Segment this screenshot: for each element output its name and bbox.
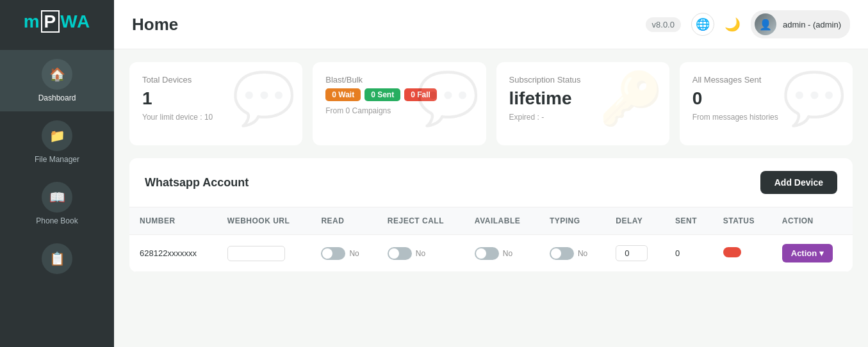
whatsapp-section-header: Whatsapp Account Add Device xyxy=(129,158,853,207)
col-available: AVAILABLE xyxy=(464,207,539,235)
action-button[interactable]: Action ▾ xyxy=(782,244,833,262)
sidebar-item-file-manager[interactable]: 📁 File Manager xyxy=(0,111,114,173)
badge-wait: 0 Wait xyxy=(325,88,361,101)
cell-available: No xyxy=(464,235,539,272)
dark-mode-toggle[interactable]: 🌙 xyxy=(725,17,741,32)
page-title: Home xyxy=(132,15,178,35)
version-badge: v8.0.0 xyxy=(646,17,681,32)
status-indicator xyxy=(723,247,741,257)
cell-reject-call: No xyxy=(377,235,464,272)
user-name: admin - (admin) xyxy=(783,20,841,29)
file-manager-icon: 📁 xyxy=(42,120,72,151)
logo: mPWA xyxy=(24,6,91,37)
col-webhook: WEBHOOK URL xyxy=(217,207,311,235)
stat-bg-icon-subscription: 🔑 xyxy=(599,69,663,129)
content-area: Total Devices 1 Your limit device : 10 💬… xyxy=(114,49,868,285)
main-content: Home v8.0.0 🌐 🌙 👤 admin - (admin) Total … xyxy=(114,0,868,347)
sidebar-item-more[interactable]: 📋 xyxy=(0,234,114,287)
read-toggle-label: No xyxy=(349,249,359,258)
stat-card-total-devices: Total Devices 1 Your limit device : 10 💬 xyxy=(129,62,302,145)
col-read: READ xyxy=(311,207,377,235)
phone-book-icon: 📖 xyxy=(42,182,72,213)
avatar: 👤 xyxy=(755,13,776,35)
stat-card-blast: Blast/Bulk 0 Wait 0 Sent 0 Fall From 0 C… xyxy=(313,62,486,145)
delay-input[interactable] xyxy=(616,245,648,261)
table-header-row: NUMBER WEBHOOK URL READ REJECT CALL AVAI… xyxy=(129,207,853,235)
cell-webhook xyxy=(217,235,311,272)
whatsapp-section-title: Whatsapp Account xyxy=(145,176,249,190)
table-row: 628122xxxxxxx No xyxy=(129,235,853,272)
stat-card-messages: All Messages Sent 0 From messages histor… xyxy=(680,62,853,145)
available-toggle[interactable] xyxy=(475,247,499,260)
devices-table: NUMBER WEBHOOK URL READ REJECT CALL AVAI… xyxy=(129,207,853,272)
globe-icon[interactable]: 🌐 xyxy=(691,13,714,36)
stat-bg-icon-devices: 💬 xyxy=(232,69,296,129)
stat-bg-icon-messages: 💬 xyxy=(782,69,846,129)
webhook-input[interactable] xyxy=(227,246,285,261)
stat-card-subscription: Subscription Status lifetime Expired : -… xyxy=(496,62,669,145)
logo-bracket: P xyxy=(41,10,60,33)
sidebar-item-label-dashboard: Dashboard xyxy=(38,93,76,102)
col-status: STATUS xyxy=(713,207,772,235)
read-toggle[interactable] xyxy=(321,247,345,260)
user-menu[interactable]: 👤 admin - (admin) xyxy=(751,10,850,38)
add-device-button[interactable]: Add Device xyxy=(760,171,837,194)
action-button-label: Action xyxy=(791,248,817,258)
sidebar: mPWA 🏠 Dashboard 📁 File Manager 📖 Phone … xyxy=(0,0,114,347)
col-delay: DELAY xyxy=(605,207,665,235)
cell-delay xyxy=(605,235,665,272)
sidebar-item-label-file-manager: File Manager xyxy=(35,155,79,164)
available-toggle-wrapper: No xyxy=(475,247,529,260)
read-toggle-wrapper: No xyxy=(321,247,366,260)
col-sent: SENT xyxy=(665,207,713,235)
col-action: ACTION xyxy=(772,207,853,235)
header-right: v8.0.0 🌐 🌙 👤 admin - (admin) xyxy=(646,10,850,38)
whatsapp-section: Whatsapp Account Add Device NUMBER WEBHO… xyxy=(129,158,853,272)
table-body: 628122xxxxxxx No xyxy=(129,235,853,272)
cell-typing: No xyxy=(539,235,605,272)
sidebar-item-dashboard[interactable]: 🏠 Dashboard xyxy=(0,50,114,111)
action-dropdown-icon: ▾ xyxy=(819,248,824,258)
available-toggle-label: No xyxy=(503,249,512,258)
cell-sent: 0 xyxy=(665,235,713,272)
reject-call-toggle[interactable] xyxy=(388,247,412,260)
sidebar-item-label-phone-book: Phone Book xyxy=(36,216,78,225)
badge-sent: 0 Sent xyxy=(364,88,400,101)
reject-call-toggle-label: No xyxy=(416,249,425,258)
dashboard-icon: 🏠 xyxy=(42,59,72,90)
col-number: NUMBER xyxy=(129,207,217,235)
sidebar-item-phone-book[interactable]: 📖 Phone Book xyxy=(0,173,114,234)
more-icon: 📋 xyxy=(42,243,72,274)
cell-status xyxy=(713,235,772,272)
cell-read: No xyxy=(311,235,377,272)
header: Home v8.0.0 🌐 🌙 👤 admin - (admin) xyxy=(114,0,868,49)
cell-action: Action ▾ xyxy=(772,235,853,272)
cell-number: 628122xxxxxxx xyxy=(129,235,217,272)
stats-grid: Total Devices 1 Your limit device : 10 💬… xyxy=(129,62,853,145)
stat-bg-icon-blast: 💬 xyxy=(416,69,480,129)
typing-toggle-label: No xyxy=(578,249,587,258)
col-typing: TYPING xyxy=(539,207,605,235)
typing-toggle[interactable] xyxy=(550,247,574,260)
table-head: NUMBER WEBHOOK URL READ REJECT CALL AVAI… xyxy=(129,207,853,235)
typing-toggle-wrapper: No xyxy=(550,247,595,260)
reject-call-toggle-wrapper: No xyxy=(388,247,454,260)
devices-table-container: NUMBER WEBHOOK URL READ REJECT CALL AVAI… xyxy=(129,207,853,272)
col-reject-call: REJECT CALL xyxy=(377,207,464,235)
